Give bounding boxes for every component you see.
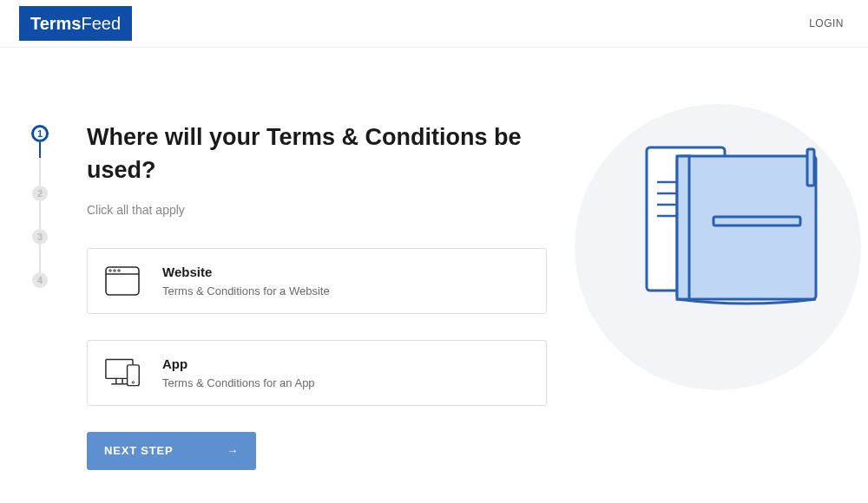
svg-rect-16: [677, 156, 816, 299]
step-connector: [39, 158, 41, 186]
main: 1 2 3 4 Where will your Terms & Conditio…: [0, 48, 868, 470]
svg-point-4: [118, 269, 120, 271]
svg-rect-18: [807, 149, 814, 186]
step-connector: [39, 245, 41, 272]
devices-icon: [105, 357, 141, 389]
logo[interactable]: TermsFeed: [19, 6, 132, 41]
illustration: [575, 104, 861, 390]
svg-point-3: [114, 269, 115, 271]
header: TermsFeed LOGIN: [0, 0, 868, 48]
svg-rect-19: [713, 217, 800, 225]
arrow-right-icon: →: [227, 444, 239, 457]
option-text: App Terms & Conditions for an App: [162, 356, 529, 389]
option-app[interactable]: App Terms & Conditions for an App: [87, 340, 547, 406]
stepper: 1 2 3 4: [31, 121, 49, 470]
option-title: Website: [162, 265, 529, 279]
step-3: 3: [32, 229, 48, 245]
page-title: Where will your Terms & Conditions be us…: [87, 121, 547, 187]
step-1[interactable]: 1: [31, 125, 49, 142]
next-step-button[interactable]: NEXT STEP →: [87, 432, 256, 470]
step-connector: [39, 142, 41, 158]
option-text: Website Terms & Conditions for a Website: [162, 265, 529, 297]
logo-text-bold: Terms: [30, 14, 82, 34]
step-4: 4: [32, 272, 48, 288]
content: Where will your Terms & Conditions be us…: [87, 121, 547, 470]
page-subtitle: Click all that apply: [87, 203, 547, 217]
logo-text-light: Feed: [81, 14, 121, 34]
illustration-circle: [575, 104, 861, 390]
option-desc: Terms & Conditions for a Website: [162, 284, 529, 297]
login-link[interactable]: LOGIN: [809, 17, 844, 29]
step-connector: [39, 201, 41, 229]
svg-point-2: [109, 269, 111, 271]
option-title: App: [162, 356, 529, 371]
svg-rect-9: [128, 364, 140, 385]
option-desc: Terms & Conditions for an App: [162, 376, 529, 389]
browser-window-icon: [105, 266, 141, 296]
option-website[interactable]: Website Terms & Conditions for a Website: [87, 248, 547, 314]
svg-rect-17: [677, 156, 689, 299]
next-step-label: NEXT STEP: [104, 444, 173, 457]
step-2: 2: [32, 186, 48, 201]
